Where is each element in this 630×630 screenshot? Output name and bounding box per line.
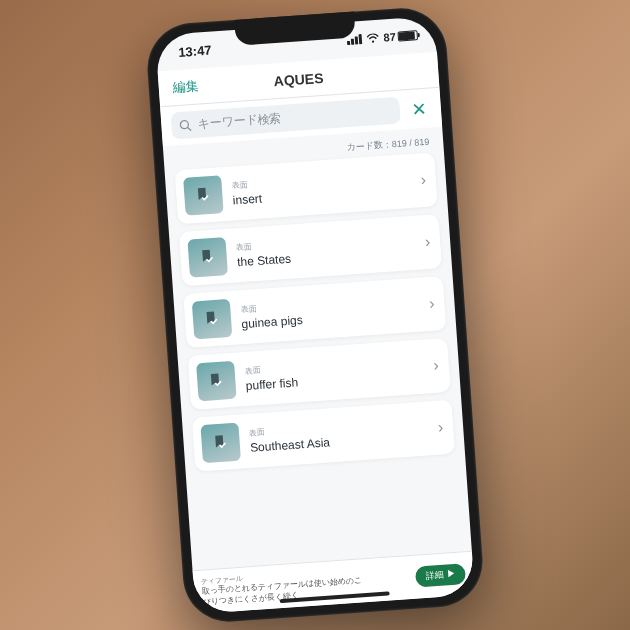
edit-button[interactable]: 編集 [172, 77, 199, 97]
chevron-right-icon: › [418, 233, 431, 252]
phone-frame: 13:47 87 編集 AQUES キーワード検索 ✕ カード数：819 / 8… [144, 5, 485, 624]
screen: 13:47 87 編集 AQUES キーワード検索 ✕ カード数：819 / 8… [155, 16, 475, 614]
list-item[interactable]: 表面 Southeast Asia › [192, 400, 455, 472]
signal-icon [346, 34, 362, 45]
status-time: 13:47 [178, 42, 212, 59]
chevron-right-icon: › [427, 357, 440, 376]
bookmark-check-icon [196, 361, 237, 402]
page-title: AQUES [273, 69, 324, 88]
search-icon [179, 119, 192, 132]
wifi-icon [365, 33, 380, 44]
battery-icon: 87 [383, 29, 418, 43]
card-list: カード数：819 / 819 表面 insert › 表面 the States [163, 127, 472, 571]
list-item[interactable]: 表面 guinea pigs › [183, 276, 446, 348]
bookmark-check-icon [187, 237, 228, 278]
status-right: 87 [346, 29, 418, 46]
chevron-right-icon: › [414, 171, 427, 190]
search-placeholder: キーワード検索 [197, 110, 282, 133]
bookmark-check-icon [192, 299, 233, 340]
bookmark-check-icon [183, 175, 224, 216]
chevron-right-icon: › [423, 295, 436, 314]
battery-percent: 87 [383, 31, 396, 44]
svg-line-1 [188, 127, 191, 130]
list-item[interactable]: 表面 the States › [179, 214, 442, 286]
bookmark-check-icon [200, 423, 241, 464]
ad-details-button[interactable]: 詳細 ▶ [415, 563, 466, 587]
list-item[interactable]: 表面 puffer fish › [188, 338, 451, 410]
chevron-right-icon: › [431, 418, 444, 437]
close-icon[interactable]: ✕ [407, 97, 431, 121]
